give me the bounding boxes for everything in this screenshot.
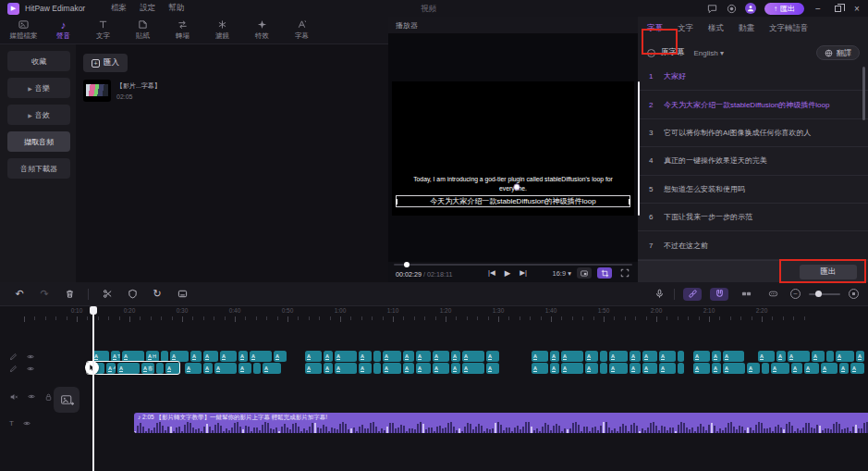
subtitle-clip[interactable]: A (836, 351, 854, 362)
zoom-slider-handle[interactable] (815, 291, 822, 297)
subtitle-clip[interactable]: A (804, 363, 819, 374)
inspector-tab[interactable]: 文字 (678, 23, 693, 34)
avatar[interactable] (745, 3, 756, 14)
subtitle-clip[interactable]: A (486, 363, 499, 374)
textbox-handle-right[interactable] (629, 199, 630, 205)
loop-icon[interactable]: ↻ (151, 288, 164, 301)
subtitle-clip[interactable]: A (747, 363, 760, 374)
subtitle-clip[interactable]: A (214, 363, 237, 374)
subtitle-clip[interactable]: A (185, 363, 202, 374)
subtitle-clip[interactable]: A (238, 363, 251, 374)
subtitle-clip[interactable]: A (416, 363, 431, 374)
scrubber-handle[interactable] (404, 262, 410, 267)
subtitle-clip[interactable]: A (788, 351, 810, 362)
subtitle-clip[interactable]: A (462, 363, 484, 374)
record-icon[interactable] (726, 3, 737, 14)
mic-icon[interactable] (653, 288, 666, 301)
subtitle-clip[interactable]: A (263, 363, 281, 374)
subtitle-clip[interactable]: A (659, 363, 676, 374)
subtitle-row[interactable]: 3它可以将你制作的AI图像换成任何你喜欢的人 (638, 119, 868, 147)
subtitle-clip[interactable]: A (550, 351, 559, 362)
subtitle-clip[interactable]: A (335, 351, 357, 362)
lock-icon[interactable] (44, 392, 53, 402)
minimize-button[interactable]: − (813, 4, 824, 14)
ribbon-tab-media[interactable]: 媒體檔案 (4, 17, 43, 43)
subtitle-clip[interactable]: A (642, 363, 657, 374)
subtitle-clip[interactable]: A (433, 351, 449, 362)
subtitle-clip[interactable]: A (359, 363, 372, 374)
zoom-slider[interactable] (809, 293, 840, 295)
crop-icon[interactable] (597, 267, 612, 279)
subtitle-clip[interactable] (600, 363, 607, 374)
subtitle-clip[interactable]: A (712, 351, 721, 362)
zoom-out-icon[interactable]: − (790, 289, 801, 299)
translate-button[interactable]: 翻譯 (816, 45, 860, 60)
panel-divider[interactable] (638, 81, 640, 216)
subtitle-clip[interactable]: A (305, 363, 322, 374)
subtitle-row[interactable]: 2今天为大家介绍一款stableDiffusion的神级插件loop (638, 91, 868, 118)
subtitle-clip[interactable]: A (451, 363, 460, 374)
subtitle-clip[interactable] (678, 351, 684, 362)
menu-help[interactable]: 幫助 (168, 3, 184, 14)
undo-icon[interactable]: ↶ (13, 288, 26, 301)
subtitle-clip[interactable]: A (462, 351, 484, 362)
subtitle-clip[interactable]: A (609, 351, 628, 362)
audio-clip[interactable]: ♪ 2:05 【影片轉文字教學】一鍵幫你的影片上字幕 輕鬆完成影片加字幕! (134, 413, 868, 433)
subtitle-clip[interactable]: A (630, 363, 641, 374)
subtitle-clip[interactable]: A (532, 363, 548, 374)
subtitle-clip[interactable]: A (561, 351, 583, 362)
subtitle-clip[interactable]: A (203, 351, 218, 362)
library-category[interactable]: ▶音樂 (7, 78, 70, 98)
language-select[interactable]: English ▾ (694, 49, 725, 57)
visibility-icon[interactable] (22, 419, 31, 428)
subtitle-clip[interactable] (762, 363, 769, 374)
export-button-top[interactable]: ↑匯出 (764, 3, 804, 15)
visibility-icon[interactable] (26, 365, 35, 373)
subtitle-clip[interactable]: A (335, 363, 357, 374)
subtitle-clip[interactable]: A (850, 363, 864, 374)
subtitle-row[interactable]: 4真正的一键操作效果逆天的完美 (638, 147, 868, 175)
subtitle-clip[interactable]: A (856, 351, 864, 362)
subtitle-clip[interactable]: A (550, 363, 559, 374)
export-button-bottom[interactable]: 匯出 (800, 265, 857, 279)
subtitle-clip[interactable]: A (274, 351, 287, 362)
subtitle-clip[interactable]: A (403, 351, 414, 362)
subtitle-clip[interactable]: A (812, 351, 825, 362)
subtitle-clip[interactable]: A (723, 351, 744, 362)
mute-icon[interactable] (9, 392, 18, 402)
subtitle-clip[interactable]: A (250, 351, 272, 362)
link-icon[interactable] (683, 288, 702, 301)
library-category[interactable]: 音頻下載器 (7, 158, 70, 179)
menu-file[interactable]: 檔案 (111, 3, 127, 14)
subtitle-clip[interactable]: A (585, 363, 598, 374)
subtitle-clip[interactable]: A (451, 351, 460, 362)
subtitle-clip[interactable]: A (821, 363, 837, 374)
feedback-icon[interactable] (706, 3, 717, 14)
subtitle-row[interactable]: 6下面让我来一步一步的示范 (638, 204, 868, 231)
subtitle-clip[interactable]: A (561, 363, 583, 374)
subtitle-clip[interactable]: A (839, 363, 849, 374)
inspector-tab[interactable]: 字幕 (647, 23, 663, 34)
subtitle-clip[interactable]: A (630, 351, 641, 362)
inspector-tab[interactable]: 文字轉語音 (769, 23, 809, 34)
subtitle-clip[interactable]: A (791, 363, 802, 374)
subtitle-clip[interactable]: A (359, 351, 372, 362)
autoripple-icon[interactable] (764, 288, 782, 301)
fullscreen-icon[interactable] (617, 267, 632, 279)
subtitle-clip[interactable]: A (642, 351, 657, 362)
inspector-tab[interactable]: 動畫 (739, 23, 754, 34)
playhead[interactable] (92, 306, 94, 471)
storyboard-icon[interactable] (737, 288, 755, 301)
ribbon-tab-audio[interactable]: ♪聲音 (43, 17, 83, 43)
subtitle-clip[interactable]: A (383, 351, 401, 362)
magnet-icon[interactable] (710, 288, 728, 301)
subtitle-clip[interactable]: A (659, 351, 676, 362)
subtitle-clip[interactable] (826, 351, 834, 362)
subtitle-clip[interactable] (253, 363, 261, 374)
play-button[interactable]: ▶ (505, 268, 511, 278)
library-category[interactable]: 擷取音頻 (7, 131, 70, 152)
edit-icon[interactable] (9, 353, 18, 361)
subtitle-row[interactable]: 7不过在这之前 (638, 231, 868, 259)
subtitle-clip[interactable]: A (758, 351, 775, 362)
restore-button[interactable] (832, 4, 843, 14)
